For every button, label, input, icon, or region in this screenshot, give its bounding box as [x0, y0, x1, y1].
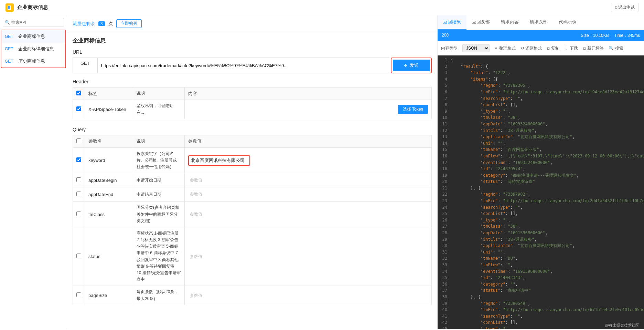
param-value-input[interactable]: [188, 190, 428, 198]
param-name: keyword: [85, 147, 133, 173]
param-name: appDateEnd: [85, 187, 133, 202]
result-tab-1[interactable]: 返回头部: [466, 15, 495, 30]
quota-count-badge: 3: [98, 21, 105, 26]
app-logo: [6, 3, 14, 12]
row-checkbox[interactable]: [76, 157, 81, 162]
response-size: Size：10.10KB: [581, 33, 609, 39]
query-row: appDateEnd申请结束日期: [73, 187, 432, 202]
query-section-title: Query: [67, 125, 437, 134]
query-row: tmClass国际分类(参考介绍页相关附件中的商标国际分类文档): [73, 202, 432, 227]
param-desc: 国际分类(参考介绍页相关附件中的商标国际分类文档): [133, 202, 185, 227]
page-title: 企业商标信息: [17, 4, 611, 11]
api-title: 企业商标信息: [67, 32, 437, 47]
param-desc: 申请结束日期: [133, 187, 185, 202]
select-token-button[interactable]: 选择 Token: [398, 105, 428, 114]
param-name: tmClass: [85, 202, 133, 227]
download-button[interactable]: ⭳ 下载: [564, 45, 578, 51]
result-tab-0[interactable]: 返回结果: [438, 15, 466, 30]
result-tab-4[interactable]: 代码示例: [553, 15, 582, 30]
copy-button[interactable]: ⧉ 复制: [547, 45, 559, 51]
header-table: 标签 说明 内容 X-APISpace-Token鉴权私钥，可登陆后在...选择…: [73, 87, 432, 119]
param-name: pageSize: [85, 286, 133, 305]
send-button[interactable]: ✈ 发送: [393, 60, 430, 71]
exit-test-button[interactable]: ⎋ 退出测试: [611, 3, 638, 12]
header-check-all[interactable]: [76, 91, 81, 95]
quota-unit: 次: [108, 21, 113, 27]
response-time: Time：345ms: [614, 33, 640, 39]
header-row: X-APISpace-Token鉴权私钥，可登陆后在...选择 Token: [73, 100, 432, 119]
param-value-input[interactable]: [188, 210, 428, 218]
url-input[interactable]: [98, 58, 389, 73]
response-body[interactable]: 1{2 "result": {3 "total": "1222",4 "item…: [438, 55, 644, 329]
query-row: appDateBegin申请开始日期: [73, 173, 432, 187]
buy-button[interactable]: 立即购买: [116, 19, 142, 28]
query-check-all[interactable]: [76, 138, 81, 143]
restore-button[interactable]: ⟲ 还原格式: [520, 45, 542, 51]
api-item-label: 企业商标信息: [18, 33, 45, 40]
query-row: pageSize每页条数（默认20条，最大20条）: [73, 286, 432, 305]
api-list: GET企业商标信息GET企业商标详细信息GET历史商标信息: [1, 30, 66, 68]
content-type-label: 内容类型: [441, 45, 458, 51]
header-section-title: Header: [67, 77, 437, 86]
search-result-button[interactable]: 🔍 搜索: [609, 45, 623, 51]
sidebar-item-2[interactable]: GET历史商标信息: [1, 55, 65, 68]
quota-remain-label: 流量包剩余: [73, 21, 95, 27]
param-value-input[interactable]: [188, 176, 428, 184]
query-row: keyword搜索关键字（公司名称、公司id、注册号或社会统一信用代码）北京百度…: [73, 147, 432, 173]
row-checkbox[interactable]: [76, 106, 81, 111]
content-type-select[interactable]: JSON: [462, 44, 490, 52]
watermark: @稀土掘金技术社区: [605, 323, 639, 328]
param-desc: 商标状态 1-商标已注册 2-商标无效 3-初审公告 4-等待实质审查 5-商标…: [133, 227, 185, 286]
search-icon: 🔍: [5, 20, 10, 25]
result-tabs: 返回结果返回头部请求内容请求头部代码示例: [438, 15, 644, 30]
param-value[interactable]: 北京百度网讯科技有限公司: [188, 155, 250, 166]
http-method-badge: GET: [5, 47, 13, 51]
http-method[interactable]: GET: [73, 58, 98, 73]
result-tab-3[interactable]: 请求头部: [524, 15, 553, 30]
param-value-input[interactable]: [188, 291, 428, 300]
row-checkbox[interactable]: [76, 254, 81, 258]
status-code: 200: [442, 33, 581, 39]
format-button[interactable]: ✧ 整理格式: [494, 45, 516, 51]
newtab-button[interactable]: ⧉ 新开标签: [583, 45, 604, 51]
param-value-input[interactable]: [188, 252, 428, 261]
http-method-badge: GET: [5, 59, 13, 64]
header-tag: X-APISpace-Token: [85, 100, 133, 119]
param-name: status: [85, 227, 133, 286]
param-desc: 搜索关键字（公司名称、公司id、注册号或社会统一信用代码）: [133, 147, 185, 173]
url-label: URL: [67, 47, 437, 56]
http-method-badge: GET: [5, 34, 13, 39]
api-item-label: 企业商标详细信息: [18, 46, 54, 52]
query-row: status商标状态 1-商标已注册 2-商标无效 3-初审公告 4-等待实质审…: [73, 227, 432, 286]
api-item-label: 历史商标信息: [18, 58, 45, 64]
param-desc: 申请开始日期: [133, 173, 185, 187]
row-checkbox[interactable]: [76, 192, 81, 196]
send-icon: ✈: [404, 63, 408, 68]
api-search-input[interactable]: [3, 18, 64, 27]
row-checkbox[interactable]: [76, 212, 81, 216]
row-checkbox[interactable]: [76, 292, 81, 297]
query-table: 参数名 说明 参数值 keyword搜索关键字（公司名称、公司id、注册号或社会…: [73, 135, 432, 305]
sidebar-item-1[interactable]: GET企业商标详细信息: [1, 43, 65, 55]
sidebar-item-0[interactable]: GET企业商标信息: [1, 30, 65, 43]
param-desc: 每页条数（默认20条，最大20条）: [133, 286, 185, 305]
result-tab-2[interactable]: 请求内容: [495, 15, 524, 30]
header-desc: 鉴权私钥，可登陆后在...: [133, 100, 185, 119]
param-name: appDateBegin: [85, 173, 133, 187]
row-checkbox[interactable]: [76, 177, 81, 182]
